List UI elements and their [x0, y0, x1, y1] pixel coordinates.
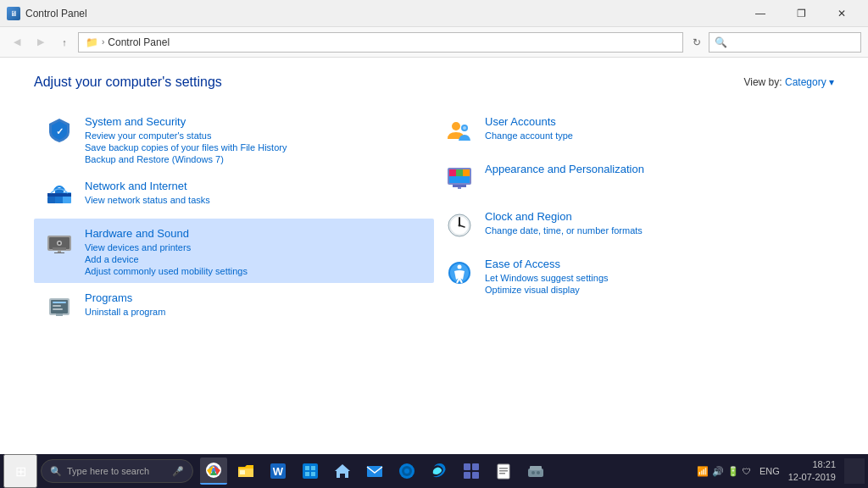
taskbar-search[interactable]: 🔍 Type here to search 🎤 [41, 459, 193, 483]
svg-rect-1 [47, 197, 56, 203]
taskbar-time: 18:21 [788, 458, 836, 471]
svg-rect-47 [311, 466, 315, 470]
taskbar-app-11[interactable] [522, 458, 549, 485]
ease-access-title[interactable]: Ease of Access [485, 258, 560, 270]
svg-rect-55 [472, 463, 479, 470]
svg-point-65 [537, 471, 540, 474]
programs-title[interactable]: Programs [85, 291, 132, 304]
category-system-security[interactable]: ✓ System and Security Review your comput… [34, 107, 434, 171]
view-by-dropdown[interactable]: Category ▾ [785, 76, 834, 88]
svg-rect-42 [240, 470, 245, 474]
clock-title[interactable]: Clock and Region [485, 210, 572, 223]
ease-access-content: Ease of Access Let Windows suggest setti… [485, 256, 826, 295]
taskbar-app-edge[interactable] [426, 458, 453, 485]
programs-icon [42, 290, 76, 324]
taskbar-app-mail[interactable] [361, 458, 388, 485]
svg-rect-63 [530, 466, 542, 470]
taskbar-app-7[interactable] [393, 458, 420, 485]
clock-content: Clock and Region Change date, time, or n… [485, 208, 826, 236]
tray-security-icon: 🛡 [743, 467, 751, 476]
network-title[interactable]: Network and Internet [85, 180, 187, 192]
address-path[interactable]: 📁 › Control Panel [78, 32, 683, 53]
suggest-settings-link[interactable]: Let Windows suggest settings [485, 273, 826, 283]
svg-rect-11 [54, 252, 64, 253]
hardware-content: Hardware and Sound View devices and prin… [85, 225, 426, 276]
appearance-icon [442, 161, 476, 195]
category-user-accounts[interactable]: User Accounts Change account type [434, 107, 834, 154]
svg-rect-59 [499, 468, 508, 469]
ease-access-icon [442, 256, 476, 290]
svg-text:✓: ✓ [56, 126, 64, 136]
search-box[interactable]: 🔍 [709, 32, 861, 53]
network-icon [42, 178, 76, 212]
system-security-title[interactable]: System and Security [85, 115, 186, 128]
up-button[interactable]: ↑ [54, 32, 75, 53]
svg-point-53 [404, 469, 409, 474]
page-header: Adjust your computer's settings View by:… [34, 75, 834, 90]
user-accounts-title[interactable]: User Accounts [485, 115, 556, 128]
hardware-icon [42, 225, 76, 259]
network-status-link[interactable]: View network status and tasks [85, 195, 426, 205]
svg-rect-15 [53, 305, 61, 307]
taskbar-search-icon: 🔍 [50, 466, 62, 477]
add-device-link[interactable]: Add a device [85, 254, 426, 264]
start-button[interactable]: ⊞ [3, 454, 37, 488]
category-appearance[interactable]: Appearance and Personalization [434, 154, 834, 202]
address-bar: ◀ ▶ ↑ 📁 › Control Panel ↻ 🔍 [0, 27, 868, 58]
date-time-link[interactable]: Change date, time, or number formats [485, 225, 826, 236]
back-button[interactable]: ◀ [7, 32, 27, 53]
backup-restore-link[interactable]: Backup and Restore (Windows 7) [85, 154, 426, 164]
folder-icon: 📁 [86, 36, 98, 48]
svg-text:W: W [273, 465, 284, 478]
svg-rect-54 [464, 463, 470, 470]
svg-rect-45 [303, 463, 318, 479]
appearance-title[interactable]: Appearance and Personalization [485, 163, 644, 175]
taskbar-app-4[interactable] [297, 458, 324, 485]
restore-button[interactable]: ❐ [782, 0, 821, 27]
taskbar-app-word[interactable]: W [264, 458, 292, 485]
svg-rect-50 [367, 466, 382, 477]
tray-lang: ENG [760, 466, 780, 476]
backup-files-link[interactable]: Save backup copies of your files with Fi… [85, 142, 426, 152]
taskbar-mic-icon: 🎤 [172, 466, 184, 477]
taskbar-app-explorer[interactable] [232, 458, 259, 485]
appearance-content: Appearance and Personalization [485, 161, 826, 176]
forward-button[interactable]: ▶ [31, 32, 51, 53]
svg-rect-17 [56, 313, 63, 316]
category-hardware[interactable]: Hardware and Sound View devices and prin… [34, 219, 434, 283]
uninstall-link[interactable]: Uninstall a program [85, 307, 426, 317]
mobility-settings-link[interactable]: Adjust commonly used mobility settings [85, 266, 426, 276]
close-button[interactable]: ✕ [822, 0, 861, 27]
view-by: View by: Category ▾ [743, 76, 834, 88]
hardware-title[interactable]: Hardware and Sound [85, 227, 189, 240]
svg-rect-61 [499, 473, 505, 474]
svg-rect-28 [458, 187, 461, 189]
taskbar-app-10[interactable] [490, 458, 517, 485]
svg-point-33 [459, 225, 461, 227]
taskbar-app-9[interactable] [458, 458, 485, 485]
network-content: Network and Internet View network status… [85, 178, 426, 205]
view-by-label: View by: [743, 76, 782, 88]
category-programs[interactable]: Programs Uninstall a program [34, 283, 434, 330]
minimize-button[interactable]: — [741, 0, 780, 27]
svg-rect-56 [464, 472, 470, 479]
category-ease-access[interactable]: Ease of Access Let Windows suggest setti… [434, 249, 834, 302]
category-clock[interactable]: Clock and Region Change date, time, or n… [434, 202, 834, 249]
tray-network-icon: 📶 [697, 466, 709, 477]
show-desktop-button[interactable] [844, 458, 865, 484]
review-status-link[interactable]: Review your computer's status [85, 130, 426, 141]
refresh-button[interactable]: ↻ [687, 32, 707, 53]
visual-display-link[interactable]: Optimize visual display [485, 285, 826, 295]
svg-rect-48 [305, 472, 309, 476]
devices-printers-link[interactable]: View devices and printers [85, 242, 426, 252]
programs-content: Programs Uninstall a program [85, 290, 426, 317]
taskbar-date: 12-07-2019 [788, 471, 836, 484]
category-network[interactable]: Network and Internet View network status… [34, 171, 434, 219]
change-account-link[interactable]: Change account type [485, 130, 826, 141]
search-icon: 🔍 [715, 36, 727, 48]
taskbar-app-home[interactable] [329, 458, 356, 485]
taskbar-app-chrome[interactable] [200, 458, 227, 485]
clock-area[interactable]: 18:21 12-07-2019 [788, 458, 836, 485]
svg-rect-4 [47, 193, 71, 197]
title-bar: 🖥 Control Panel — ❐ ✕ [0, 0, 868, 27]
